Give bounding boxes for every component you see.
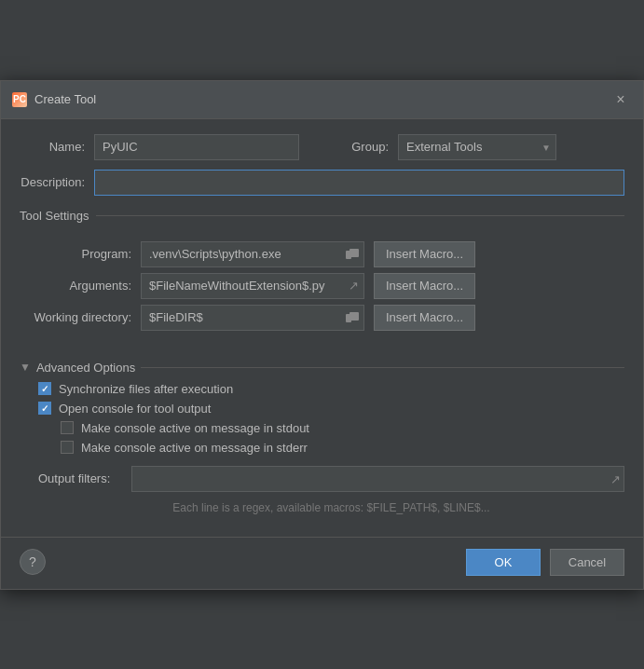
working-dir-input-wrapper — [141, 305, 364, 331]
name-label: Name: — [20, 140, 85, 154]
hint-text: Each line is a regex, available macros: … — [38, 501, 624, 514]
cancel-button[interactable]: Cancel — [550, 549, 624, 576]
description-input[interactable] — [94, 170, 624, 196]
group-select-wrapper: External Tools Other Tools ▼ — [398, 134, 556, 160]
advanced-options-content: Synchronize files after execution Open c… — [20, 382, 624, 514]
program-row: Program: Insert Macro... — [20, 241, 624, 267]
sync-files-row: Synchronize files after execution — [38, 382, 624, 396]
working-dir-insert-macro-button[interactable]: Insert Macro... — [374, 305, 475, 331]
console-stderr-label: Make console active on message in stderr — [81, 441, 308, 455]
close-button[interactable]: × — [610, 89, 632, 111]
output-filters-input[interactable] — [131, 466, 624, 492]
help-button[interactable]: ? — [20, 549, 46, 575]
tool-settings-label: Tool Settings — [20, 209, 89, 223]
name-input[interactable] — [94, 134, 299, 160]
open-console-checkbox[interactable] — [38, 402, 51, 415]
ok-button[interactable]: OK — [466, 549, 541, 576]
console-stderr-checkbox[interactable] — [61, 441, 74, 454]
open-console-label: Open console for tool output — [59, 402, 211, 416]
sync-files-checkbox[interactable] — [38, 382, 51, 395]
working-dir-folder-icon[interactable] — [344, 310, 361, 325]
description-label: Description: — [20, 175, 85, 189]
svg-rect-1 — [349, 249, 359, 257]
divider-line — [96, 215, 624, 216]
output-filters-input-wrapper: ↗ — [131, 466, 624, 492]
program-label: Program: — [29, 247, 131, 261]
app-icon: PC — [12, 92, 27, 107]
arguments-input-wrapper: ↗ — [141, 273, 364, 299]
tool-settings-divider: Tool Settings — [20, 209, 624, 223]
sync-files-label: Synchronize files after execution — [59, 382, 233, 396]
advanced-collapse-button[interactable]: ▼ — [20, 361, 31, 374]
name-group-row: Name: Group: External Tools Other Tools … — [20, 134, 624, 160]
console-stdout-row: Make console active on message in stdout — [38, 421, 624, 435]
title-bar: PC Create Tool × — [1, 81, 643, 119]
advanced-divider-line — [141, 367, 624, 368]
svg-rect-3 — [349, 312, 359, 321]
console-stdout-checkbox[interactable] — [61, 421, 74, 434]
advanced-options-label: Advanced Options — [36, 361, 135, 375]
console-stderr-row: Make console active on message in stderr — [38, 441, 624, 455]
dialog-content: Name: Group: External Tools Other Tools … — [1, 119, 643, 529]
dialog-footer: ? OK Cancel — [1, 537, 643, 589]
title-bar-left: PC Create Tool — [12, 92, 96, 107]
open-console-row: Open console for tool output — [38, 402, 624, 416]
working-dir-label: Working directory: — [29, 310, 131, 324]
program-insert-macro-button[interactable]: Insert Macro... — [374, 241, 475, 267]
working-dir-row: Working directory: Insert Macro... — [20, 305, 624, 331]
output-filters-label: Output filters: — [38, 471, 122, 485]
arguments-input[interactable] — [141, 273, 364, 299]
arguments-row: Arguments: ↗ Insert Macro... — [20, 273, 624, 299]
program-folder-icon[interactable] — [344, 247, 361, 262]
advanced-header: ▼ Advanced Options — [20, 361, 624, 375]
program-input[interactable] — [141, 241, 364, 267]
console-stdout-label: Make console active on message in stdout — [81, 421, 309, 435]
tool-settings-section: Program: Insert Macro... Arguments: — [20, 236, 624, 344]
dialog-title: Create Tool — [34, 92, 96, 106]
arguments-expand-icon[interactable]: ↗ — [347, 277, 361, 294]
group-select[interactable]: External Tools Other Tools — [398, 134, 556, 160]
create-tool-dialog: PC Create Tool × Name: Group: External T… — [0, 80, 644, 590]
arguments-label: Arguments: — [29, 279, 131, 293]
output-filters-row: Output filters: ↗ — [38, 466, 624, 492]
advanced-section: ▼ Advanced Options Synchronize files aft… — [20, 357, 624, 514]
program-input-wrapper — [141, 241, 364, 267]
description-row: Description: — [20, 170, 624, 196]
footer-actions: OK Cancel — [466, 549, 624, 576]
group-label: Group: — [323, 140, 389, 154]
working-dir-input[interactable] — [141, 305, 364, 331]
arguments-insert-macro-button[interactable]: Insert Macro... — [374, 273, 475, 299]
